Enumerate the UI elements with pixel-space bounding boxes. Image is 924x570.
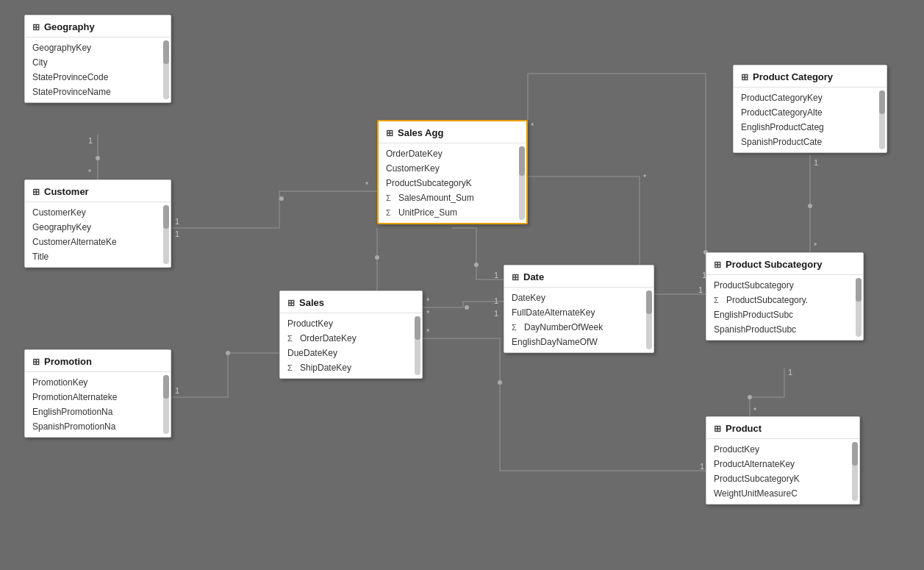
promotion-table: ⊞ Promotion PromotionKey PromotionAltern… bbox=[24, 349, 171, 438]
svg-text:*: * bbox=[88, 168, 92, 177]
sales-agg-table-body: OrderDateKey CustomerKey ProductSubcateg… bbox=[379, 143, 526, 223]
svg-text:*: * bbox=[753, 406, 757, 415]
table-row: EnglishDayNameOfW bbox=[504, 335, 653, 349]
svg-text:1: 1 bbox=[788, 368, 792, 377]
sales-agg-table: ⊞ Sales Agg OrderDateKey CustomerKey Pro… bbox=[377, 120, 528, 224]
date-table: ⊞ Date DateKey FullDateAlternateKey ΣDay… bbox=[504, 265, 654, 353]
table-row: SpanishProductSubc bbox=[706, 322, 863, 337]
svg-text:*: * bbox=[531, 121, 534, 130]
svg-point-3 bbox=[96, 156, 100, 160]
svg-point-10 bbox=[226, 351, 230, 355]
scrollbar[interactable] bbox=[856, 278, 862, 337]
table-grid-icon: ⊞ bbox=[512, 272, 519, 282]
scrollbar[interactable] bbox=[415, 316, 420, 375]
table-grid-icon: ⊞ bbox=[32, 187, 40, 197]
table-row: ProductKey bbox=[280, 316, 422, 331]
table-row: ProductCategoryKey bbox=[734, 90, 887, 105]
table-row: Title bbox=[25, 249, 171, 264]
table-grid-icon: ⊞ bbox=[741, 72, 748, 82]
table-row: ΣUnitPrice_Sum bbox=[379, 205, 526, 220]
table-row: WeightUnitMeasureC bbox=[706, 486, 859, 501]
table-grid-icon: ⊞ bbox=[32, 22, 40, 32]
table-row: CustomerKey bbox=[379, 161, 526, 176]
svg-text:*: * bbox=[426, 309, 430, 318]
table-row: ΣDayNumberOfWeek bbox=[504, 320, 653, 335]
product-subcategory-table: ⊞ Product Subcategory ProductSubcategory… bbox=[706, 252, 864, 341]
table-row: DueDateKey bbox=[280, 346, 422, 360]
table-row: ΣOrderDateKey bbox=[280, 331, 422, 346]
date-table-body: DateKey FullDateAlternateKey ΣDayNumberO… bbox=[504, 288, 653, 352]
svg-text:*: * bbox=[365, 180, 369, 189]
table-row: EnglishProductSubc bbox=[706, 307, 863, 322]
table-row: ProductKey bbox=[706, 442, 859, 457]
table-grid-icon: ⊞ bbox=[714, 260, 721, 270]
svg-text:1: 1 bbox=[698, 285, 703, 294]
svg-point-17 bbox=[465, 305, 469, 310]
svg-text:1: 1 bbox=[494, 271, 498, 279]
table-row: ProductSubcategoryK bbox=[379, 176, 526, 190]
table-row: SpanishPromotionNa bbox=[25, 419, 171, 434]
svg-text:1: 1 bbox=[700, 462, 704, 471]
svg-text:1: 1 bbox=[88, 136, 93, 145]
geography-table: ⊞ Geography GeographyKey City StateProvi… bbox=[24, 15, 171, 103]
table-row: DateKey bbox=[504, 291, 653, 305]
svg-text:1: 1 bbox=[175, 386, 179, 395]
customer-table: ⊞ Customer CustomerKey GeographyKey Cust… bbox=[24, 179, 171, 268]
table-row: FullDateAlternateKey bbox=[504, 305, 653, 320]
svg-text:1: 1 bbox=[175, 229, 179, 238]
scrollbar[interactable] bbox=[646, 291, 652, 349]
product-subcategory-table-body: ProductSubcategory ΣProductSubcategory. … bbox=[706, 275, 863, 340]
promotion-table-body: PromotionKey PromotionAlternateke Englis… bbox=[25, 372, 171, 437]
svg-text:1: 1 bbox=[494, 309, 498, 318]
table-row: CustomerAlternateKe bbox=[25, 235, 171, 249]
svg-text:1: 1 bbox=[494, 296, 498, 305]
table-row: ProductCategoryAlte bbox=[734, 105, 887, 120]
table-row: EnglishPromotionNa bbox=[25, 405, 171, 419]
svg-text:1: 1 bbox=[175, 217, 179, 226]
scrollbar[interactable] bbox=[519, 146, 525, 220]
svg-point-12 bbox=[375, 255, 379, 260]
table-row: CustomerKey bbox=[25, 205, 171, 220]
product-category-table-body: ProductCategoryKey ProductCategoryAlte E… bbox=[734, 88, 887, 152]
product-table-header: ⊞ Product bbox=[706, 417, 859, 439]
svg-text:*: * bbox=[643, 173, 647, 182]
customer-table-body: CustomerKey GeographyKey CustomerAlterna… bbox=[25, 202, 171, 267]
svg-text:*: * bbox=[814, 241, 817, 250]
product-table: ⊞ Product ProductKey ProductAlternateKey… bbox=[706, 416, 860, 505]
table-row: GeographyKey bbox=[25, 40, 171, 55]
geography-table-header: ⊞ Geography bbox=[25, 15, 171, 38]
sales-table-header: ⊞ Sales bbox=[280, 291, 422, 313]
table-grid-icon: ⊞ bbox=[386, 128, 393, 138]
svg-point-35 bbox=[498, 380, 502, 385]
table-grid-icon: ⊞ bbox=[714, 424, 721, 434]
table-row: ΣSalesAmount_Sum bbox=[379, 190, 526, 205]
product-subcategory-table-header: ⊞ Product Subcategory bbox=[706, 253, 863, 275]
svg-point-20 bbox=[474, 263, 479, 267]
svg-point-32 bbox=[748, 395, 752, 399]
customer-table-header: ⊞ Customer bbox=[25, 180, 171, 202]
scrollbar[interactable] bbox=[852, 442, 858, 501]
table-row: EnglishProductCateg bbox=[734, 120, 887, 135]
table-grid-icon: ⊞ bbox=[32, 357, 40, 367]
svg-text:*: * bbox=[426, 327, 430, 336]
product-table-body: ProductKey ProductAlternateKey ProductSu… bbox=[706, 439, 859, 504]
svg-text:*: * bbox=[426, 296, 430, 305]
scrollbar[interactable] bbox=[163, 375, 169, 434]
table-row: PromotionAlternateke bbox=[25, 390, 171, 405]
product-category-table-header: ⊞ Product Category bbox=[734, 65, 887, 88]
svg-text:1: 1 bbox=[814, 158, 818, 167]
table-row: ΣProductSubcategory. bbox=[706, 293, 863, 307]
table-row: ProductSubcategory bbox=[706, 278, 863, 293]
scrollbar[interactable] bbox=[163, 40, 169, 99]
date-table-header: ⊞ Date bbox=[504, 266, 653, 288]
promotion-table-header: ⊞ Promotion bbox=[25, 350, 171, 372]
table-row: OrderDateKey bbox=[379, 146, 526, 161]
table-row: City bbox=[25, 55, 171, 70]
svg-point-7 bbox=[279, 196, 284, 201]
sales-agg-table-header: ⊞ Sales Agg bbox=[379, 121, 526, 143]
table-row: PromotionKey bbox=[25, 375, 171, 390]
svg-point-29 bbox=[808, 204, 812, 208]
scrollbar[interactable] bbox=[163, 205, 169, 264]
scrollbar[interactable] bbox=[879, 90, 885, 149]
table-row: SpanishProductCate bbox=[734, 135, 887, 149]
